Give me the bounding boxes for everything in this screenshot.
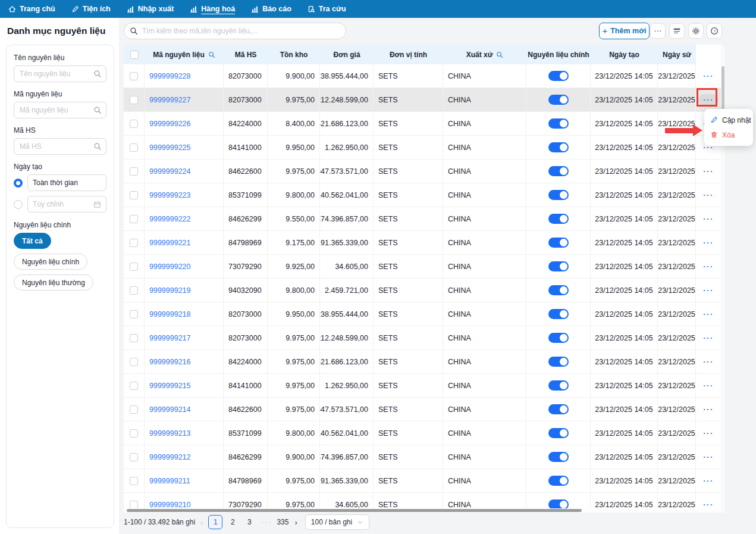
all-time-option[interactable]: Toàn thời gian <box>27 174 106 191</box>
column-search-icon[interactable] <box>208 51 215 58</box>
nav-item-báo-cáo[interactable]: Báo cáo <box>251 0 291 18</box>
row-actions-button[interactable]: ··· <box>703 286 714 295</box>
filter-code-input[interactable] <box>14 102 106 118</box>
material-code-link[interactable]: 9999999216 <box>149 358 191 366</box>
main-material-toggle[interactable] <box>548 285 569 295</box>
material-code-link[interactable]: 9999999223 <box>149 191 191 199</box>
material-code-link[interactable]: 9999999212 <box>149 453 191 461</box>
radio-custom-date[interactable] <box>14 200 23 209</box>
menu-item-delete[interactable]: Xóa <box>704 127 753 142</box>
row-checkbox[interactable] <box>130 215 138 223</box>
nav-item-tiện-ích[interactable]: Tiện ích <box>71 0 111 18</box>
prev-page-button[interactable]: ‹ <box>200 518 203 527</box>
nav-item-tra-cứu[interactable]: Tra cứu <box>308 0 346 18</box>
material-code-link[interactable]: 9999999224 <box>149 167 191 176</box>
filter-pill-2[interactable]: Nguyên liệu thường <box>14 274 93 291</box>
material-code-link[interactable]: 9999999218 <box>149 310 191 318</box>
table-search-input[interactable] <box>124 23 346 39</box>
main-material-toggle[interactable] <box>548 333 569 343</box>
main-material-toggle[interactable] <box>548 142 569 152</box>
main-material-toggle[interactable] <box>548 238 569 248</box>
row-checkbox[interactable] <box>130 167 138 176</box>
row-actions-button[interactable]: ··· <box>703 214 714 223</box>
row-checkbox[interactable] <box>130 334 138 342</box>
filter-pill-0[interactable]: Tất cả <box>14 233 51 249</box>
radio-all-time[interactable] <box>14 179 23 188</box>
settings-button[interactable] <box>688 23 704 39</box>
filter-pill-1[interactable]: Nguyên liệu chính <box>14 254 87 270</box>
row-actions-button[interactable]: ··· <box>703 405 714 414</box>
material-code-link[interactable]: 9999999217 <box>149 334 191 342</box>
material-code-link[interactable]: 9999999228 <box>149 72 191 80</box>
page-button-335[interactable]: 335 <box>276 515 289 529</box>
main-material-toggle[interactable] <box>548 190 569 200</box>
main-material-toggle[interactable] <box>548 380 569 391</box>
main-material-toggle[interactable] <box>548 118 569 129</box>
view-settings-button[interactable] <box>669 23 685 39</box>
material-code-link[interactable]: 9999999227 <box>149 96 191 104</box>
row-checkbox[interactable] <box>130 477 138 485</box>
row-checkbox[interactable] <box>130 501 138 509</box>
row-actions-button[interactable]: ··· <box>703 429 714 438</box>
column-search-icon[interactable] <box>496 51 503 58</box>
row-checkbox[interactable] <box>130 239 138 247</box>
row-checkbox[interactable] <box>130 120 138 128</box>
row-checkbox[interactable] <box>130 286 138 295</box>
row-checkbox[interactable] <box>130 263 138 271</box>
material-code-link[interactable]: 9999999221 <box>149 239 191 247</box>
row-actions-button[interactable]: ··· <box>703 191 714 199</box>
row-actions-button[interactable]: ··· <box>703 167 714 176</box>
nav-item-trang-chủ[interactable]: Trang chủ <box>8 0 55 18</box>
row-checkbox[interactable] <box>130 382 138 390</box>
row-actions-button[interactable]: ··· <box>703 71 714 80</box>
row-actions-button[interactable]: ··· <box>703 333 714 342</box>
material-code-link[interactable]: 9999999211 <box>149 477 190 485</box>
row-checkbox[interactable] <box>130 453 138 461</box>
page-size-select[interactable]: 100 / bản ghi <box>305 514 369 530</box>
main-material-toggle[interactable] <box>548 357 569 367</box>
material-code-link[interactable]: 9999999219 <box>149 286 191 295</box>
row-actions-button[interactable]: ··· <box>703 381 714 390</box>
row-actions-button[interactable]: ··· <box>703 452 714 461</box>
horizontal-scrollbar[interactable] <box>124 508 721 513</box>
material-code-link[interactable]: 9999999226 <box>149 120 191 128</box>
row-checkbox[interactable] <box>130 191 138 199</box>
material-code-link[interactable]: 9999999213 <box>149 429 191 438</box>
menu-item-update[interactable]: Cập nhật <box>704 113 753 127</box>
row-checkbox[interactable] <box>130 405 138 414</box>
add-new-button[interactable]: + Thêm mới <box>599 23 650 39</box>
main-material-toggle[interactable] <box>548 428 569 438</box>
nav-item-nhập-xuất[interactable]: Nhập xuất <box>127 0 174 18</box>
main-material-toggle[interactable] <box>548 214 569 224</box>
material-code-link[interactable]: 9999999214 <box>149 405 191 414</box>
main-material-toggle[interactable] <box>548 166 569 176</box>
main-material-toggle[interactable] <box>548 452 569 462</box>
material-code-link[interactable]: 9999999220 <box>149 263 191 271</box>
row-actions-button[interactable]: ··· <box>703 476 714 485</box>
row-checkbox[interactable] <box>130 358 138 366</box>
row-checkbox[interactable] <box>130 310 138 318</box>
row-actions-button[interactable]: ··· <box>703 357 714 366</box>
next-page-button[interactable]: › <box>294 518 297 527</box>
main-material-toggle[interactable] <box>548 309 569 319</box>
more-actions-button[interactable] <box>650 23 666 39</box>
filter-name-input[interactable] <box>14 65 106 82</box>
select-all-checkbox-cell[interactable] <box>124 45 145 64</box>
material-code-link[interactable]: 9999999215 <box>149 382 191 390</box>
row-checkbox[interactable] <box>130 143 138 152</box>
row-actions-button[interactable]: ··· <box>703 310 714 318</box>
filter-hs-input[interactable] <box>14 138 106 155</box>
main-material-toggle[interactable] <box>548 71 569 81</box>
page-button-2[interactable]: 2 <box>226 515 239 529</box>
row-checkbox[interactable] <box>130 429 138 438</box>
row-checkbox[interactable] <box>130 96 138 104</box>
select-all-checkbox[interactable] <box>130 51 139 59</box>
material-code-link[interactable]: 9999999225 <box>149 143 191 152</box>
main-material-toggle[interactable] <box>548 95 569 105</box>
row-checkbox[interactable] <box>130 72 138 80</box>
help-button[interactable]: ? <box>707 23 722 39</box>
main-material-toggle[interactable] <box>548 476 569 486</box>
custom-date-picker[interactable]: Tùy chỉnh <box>27 196 106 213</box>
material-code-link[interactable]: 9999999222 <box>149 215 191 223</box>
row-actions-button[interactable]: ··· <box>703 238 714 247</box>
